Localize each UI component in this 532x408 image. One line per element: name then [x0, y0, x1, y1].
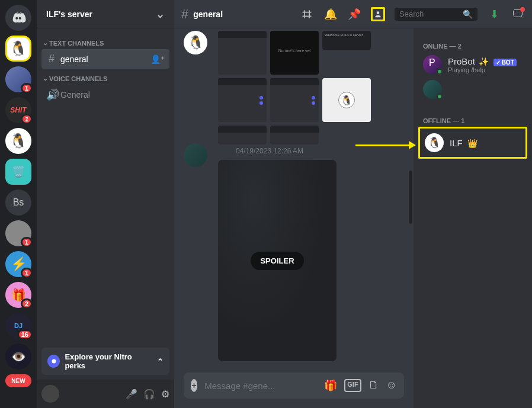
- search-box[interactable]: 🔍: [395, 8, 477, 21]
- notification-badge: 1: [21, 268, 33, 278]
- members-offline-heading: OFFLINE — 1: [418, 113, 527, 127]
- attachment-thumbnail[interactable]: [270, 78, 319, 122]
- notification-badge: 1: [21, 83, 33, 94]
- self-avatar[interactable]: [41, 385, 59, 403]
- sticker-icon[interactable]: 🗋: [368, 379, 379, 392]
- sparkle-icon: ✨: [479, 57, 489, 66]
- chat-area: 🐧 No one's here yet Welcome to ILF's ser…: [174, 28, 414, 408]
- self-username[interactable]: [63, 390, 122, 399]
- member-name: ProBot: [448, 56, 475, 66]
- message-input[interactable]: [204, 381, 317, 391]
- server-name: ILF's server: [46, 9, 92, 19]
- message-avatar[interactable]: [184, 143, 207, 167]
- chevron-down-icon: ⌄: [43, 39, 48, 47]
- attachment-thumbnail[interactable]: [218, 78, 267, 122]
- server-icon[interactable]: Bs: [5, 189, 31, 216]
- channel-header: # general 🔔 📌 🔍 ⬇ 🖵: [174, 0, 532, 28]
- category-text-channels[interactable]: ⌄ TEXT CHANNELS: [41, 33, 169, 49]
- member-item[interactable]: [418, 77, 527, 102]
- member-list: ONLINE — 2 P ProBot ✨ ✓ BOT Playing /hel…: [414, 28, 532, 408]
- main-area: # general 🔔 📌 🔍 ⬇ 🖵 🐧: [174, 0, 532, 408]
- category-voice-channels[interactable]: ⌄ VOICE CHANNELS: [41, 69, 169, 85]
- search-input[interactable]: [399, 9, 459, 18]
- message: 04/19/2023 12:26 AM SPOILER: [184, 143, 404, 361]
- user-panel: 🎤 🎧 ⚙: [37, 380, 174, 408]
- attachment-thumbnail[interactable]: No one's here yet: [270, 31, 319, 75]
- deafen-icon[interactable]: 🎧: [143, 388, 155, 400]
- message-input-bar: + 🎁 GIF 🗋 ☺: [184, 372, 404, 399]
- annotation-arrow: [355, 144, 415, 146]
- status-online-icon: [436, 93, 443, 100]
- attachment-thumbnail[interactable]: Welcome to ILF's server: [322, 31, 371, 50]
- server-icon-new[interactable]: NEW: [5, 374, 31, 387]
- attachment-grid: No one's here yet Welcome to ILF's serve…: [218, 31, 378, 144]
- status-online-icon: [436, 68, 443, 75]
- gif-icon[interactable]: GIF: [344, 379, 361, 392]
- member-name: ILF: [450, 138, 463, 148]
- emoji-icon[interactable]: ☺: [386, 379, 397, 392]
- server-icon[interactable]: 🎁 2: [5, 282, 31, 308]
- voice-channel-general[interactable]: 🔊 General: [41, 85, 169, 105]
- message-list: 🐧 No one's here yet Welcome to ILF's ser…: [174, 28, 414, 372]
- chevron-down-icon: ⌄: [43, 75, 48, 82]
- scrollbar[interactable]: [409, 171, 412, 224]
- notification-badge: 2: [21, 298, 33, 309]
- inbox-icon[interactable]: 🖵: [511, 7, 525, 21]
- channel-general[interactable]: # general 👤⁺: [41, 49, 169, 69]
- notification-badge: 16: [17, 329, 33, 340]
- spoiler-label: SPOILER: [251, 252, 303, 270]
- nitro-perks-banner[interactable]: Explore your Nitro perks ⌃: [41, 348, 169, 375]
- speaker-icon: 🔊: [46, 88, 57, 101]
- spoiler-attachment[interactable]: SPOILER: [218, 160, 336, 361]
- threads-icon[interactable]: [300, 7, 314, 21]
- crown-icon: 👑: [467, 139, 477, 148]
- channel-sidebar: ILF's server ⌄ ⌄ TEXT CHANNELS # general…: [37, 0, 174, 408]
- server-icon-ilf[interactable]: 🐧: [5, 36, 31, 62]
- server-icon[interactable]: ⚡ 1: [5, 251, 31, 277]
- attachment-thumbnail[interactable]: [218, 126, 267, 144]
- channel-list: ⌄ TEXT CHANNELS # general 👤⁺ ⌄ VOICE CHA…: [37, 28, 174, 343]
- server-icon[interactable]: DJ 16: [5, 313, 31, 339]
- chevron-up-icon: ⌃: [157, 357, 164, 366]
- discord-home-icon[interactable]: [5, 5, 31, 31]
- server-list: 🐧 1 SHIT 1 🐧 🗑️ Bs 1 ⚡ 1 🎁 2 DJ 16 👁️ NE…: [0, 0, 37, 408]
- mute-icon[interactable]: 🎤: [126, 388, 137, 400]
- create-invite-icon[interactable]: 👤⁺: [150, 54, 165, 64]
- search-icon: 🔍: [463, 9, 473, 19]
- member-avatar: [423, 80, 442, 99]
- nitro-icon: [47, 355, 60, 368]
- svg-point-0: [52, 359, 56, 364]
- server-header[interactable]: ILF's server ⌄: [37, 0, 174, 28]
- hash-icon: #: [46, 53, 57, 65]
- hash-icon: #: [181, 7, 188, 22]
- server-icon[interactable]: 1: [5, 66, 31, 92]
- attachment-thumbnail[interactable]: [218, 31, 267, 75]
- attachment-thumbnail[interactable]: 🐧: [322, 78, 371, 122]
- notification-badge: 1: [21, 114, 33, 124]
- settings-icon[interactable]: ⚙: [161, 388, 169, 400]
- member-ilf[interactable]: 🐧 ILF 👑: [418, 127, 527, 159]
- gift-icon[interactable]: 🎁: [324, 379, 337, 392]
- member-avatar: P: [423, 55, 442, 74]
- attachment-thumbnail[interactable]: [270, 126, 319, 144]
- notifications-icon[interactable]: 🔔: [323, 7, 338, 21]
- server-icon[interactable]: 👁️: [5, 343, 31, 370]
- members-online-heading: ONLINE — 2: [418, 38, 527, 52]
- server-icon[interactable]: SHIT 1: [5, 97, 31, 123]
- bot-tag: ✓ BOT: [493, 59, 517, 66]
- notification-badge: 1: [21, 237, 33, 248]
- server-icon[interactable]: 🗑️: [5, 159, 31, 185]
- member-avatar: 🐧: [425, 133, 444, 152]
- chevron-down-icon: ⌄: [156, 8, 165, 21]
- member-activity: Playing /help: [448, 66, 517, 73]
- attach-icon[interactable]: +: [191, 379, 197, 392]
- message-avatar[interactable]: 🐧: [184, 31, 207, 54]
- server-icon[interactable]: 1: [5, 220, 31, 246]
- member-probot[interactable]: P ProBot ✨ ✓ BOT Playing /help: [418, 52, 527, 77]
- server-icon[interactable]: 🐧: [5, 128, 31, 154]
- channel-title: general: [193, 9, 223, 19]
- download-icon[interactable]: ⬇: [487, 7, 501, 21]
- members-toggle-icon[interactable]: [371, 7, 385, 21]
- pinned-icon[interactable]: 📌: [347, 7, 361, 21]
